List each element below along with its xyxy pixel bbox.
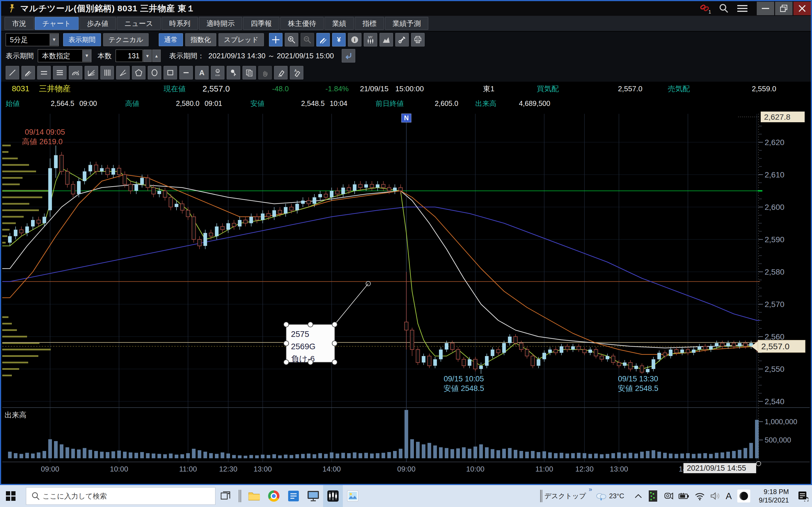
monitor-icon[interactable] bbox=[303, 485, 323, 507]
tab-1[interactable]: チャート bbox=[35, 17, 79, 30]
yen-icon[interactable]: ¥ bbox=[332, 33, 346, 47]
triple-hline-icon[interactable] bbox=[53, 66, 66, 79]
camera-icon[interactable] bbox=[660, 485, 676, 507]
pentagon-icon[interactable] bbox=[132, 66, 146, 79]
icon-stamp-icon[interactable]: icon bbox=[211, 66, 224, 79]
ticker-indicator-icon[interactable] bbox=[646, 485, 660, 507]
ime-mode-icon[interactable] bbox=[737, 490, 750, 503]
multi-vline-icon[interactable] bbox=[100, 66, 114, 79]
restore-button[interactable] bbox=[775, 2, 793, 15]
tab-7[interactable]: 株主優待 bbox=[280, 17, 324, 30]
mode-button-1[interactable]: 指数化 bbox=[185, 33, 216, 46]
trendline-icon[interactable] bbox=[6, 66, 19, 79]
svg-text:13:00: 13:00 bbox=[253, 465, 272, 473]
count-input[interactable]: 131 bbox=[116, 50, 143, 62]
folder-icon[interactable] bbox=[244, 485, 264, 507]
menu-icon[interactable] bbox=[737, 4, 748, 12]
start-button[interactable] bbox=[0, 485, 21, 507]
period-mode-dropdown[interactable]: 本数指定 ▼ bbox=[38, 49, 91, 62]
link-icon[interactable]: 1 bbox=[699, 3, 711, 14]
battery-icon[interactable] bbox=[676, 485, 692, 507]
ime-a-icon[interactable]: A bbox=[726, 491, 732, 501]
chrome-icon[interactable] bbox=[264, 485, 284, 507]
chevron-up-icon[interactable] bbox=[631, 485, 646, 507]
svg-text:2,580: 2,580 bbox=[765, 268, 784, 276]
svg-text:2,610: 2,610 bbox=[765, 170, 784, 179]
ellipse-icon[interactable] bbox=[148, 66, 161, 79]
minimize-button[interactable] bbox=[757, 2, 774, 15]
eraser-icon[interactable] bbox=[274, 66, 288, 79]
angle-line-icon[interactable] bbox=[116, 66, 130, 79]
app-tile-icon[interactable] bbox=[284, 485, 303, 507]
copy-icon[interactable] bbox=[243, 66, 256, 79]
taskbar-clock[interactable]: 9:18 PM 9/15/2021 bbox=[759, 488, 789, 504]
tab-4[interactable]: 時系列 bbox=[161, 17, 198, 30]
info-icon[interactable]: i bbox=[348, 33, 361, 47]
fan-lines-icon[interactable] bbox=[85, 66, 98, 79]
speaker-icon[interactable] bbox=[708, 485, 723, 507]
svg-text:09:00: 09:00 bbox=[41, 465, 59, 473]
eraser-all-icon[interactable]: A bbox=[290, 66, 303, 79]
temperature-label[interactable]: 23°C bbox=[609, 492, 624, 500]
window-border-top bbox=[0, 0, 812, 1]
toolbar-button-0[interactable]: 表示期間 bbox=[63, 33, 101, 46]
chart-app-icon[interactable] bbox=[323, 485, 343, 507]
weather-cloud-icon[interactable] bbox=[593, 485, 609, 507]
price-volume-chart[interactable]: N出来高1,000,000500,00009:0010:0011:0012:30… bbox=[0, 111, 812, 485]
arc-icon[interactable]: x bbox=[69, 66, 82, 79]
notification-center-icon[interactable] bbox=[794, 485, 812, 507]
close-button[interactable] bbox=[794, 2, 811, 15]
tab-3[interactable]: ニュース bbox=[117, 17, 161, 30]
tab-8[interactable]: 業績 bbox=[324, 17, 354, 30]
rectangle-icon[interactable] bbox=[163, 66, 177, 79]
tab-10[interactable]: 業績予測 bbox=[385, 17, 428, 30]
my-indicator-icon[interactable]: MY bbox=[364, 33, 377, 47]
tray-separator bbox=[538, 485, 545, 507]
svg-text:2575: 2575 bbox=[291, 330, 309, 339]
count-decrement-button[interactable]: ▼ bbox=[143, 50, 152, 62]
price-change-pct: -1.84% bbox=[325, 84, 349, 93]
pencil-draw-icon[interactable] bbox=[21, 66, 35, 79]
zoom-in-icon[interactable] bbox=[285, 33, 298, 47]
toolbar-button-1[interactable]: テクニカル bbox=[103, 33, 149, 46]
ask-price: 2,559.0 bbox=[752, 84, 776, 93]
double-hline-icon[interactable] bbox=[37, 66, 51, 79]
printer-icon[interactable] bbox=[411, 33, 424, 47]
task-view-icon[interactable] bbox=[215, 485, 236, 507]
wrench-icon[interactable] bbox=[395, 33, 409, 47]
search-icon[interactable] bbox=[719, 3, 729, 13]
area-chart-icon[interactable] bbox=[379, 33, 393, 47]
overflow-chevrons-icon[interactable]: » bbox=[589, 486, 592, 493]
desktop-label: デスクトップ bbox=[545, 492, 586, 500]
taskbar: ここに入力して検索 デスクトップ » 23°C A 9:18 PM 9/15/2… bbox=[0, 485, 812, 507]
interval-dropdown[interactable]: 5分足 ▼ bbox=[6, 33, 59, 46]
wifi-icon[interactable] bbox=[692, 485, 708, 507]
photos-icon[interactable] bbox=[343, 485, 363, 507]
bid-label: 買気配 bbox=[537, 84, 559, 94]
bid-price: 2,557.0 bbox=[618, 84, 643, 93]
hline-segment-icon[interactable] bbox=[179, 66, 193, 79]
pencil-icon[interactable] bbox=[316, 33, 330, 47]
taskbar-search-input[interactable]: ここに入力して検索 bbox=[26, 487, 215, 505]
tab-2[interactable]: 歩み値 bbox=[80, 17, 116, 30]
reset-period-button[interactable] bbox=[342, 49, 355, 62]
tab-0[interactable]: 市況 bbox=[4, 17, 34, 30]
mode-button-2[interactable]: スプレッド bbox=[218, 33, 264, 46]
svg-text:09/15 13:30: 09/15 13:30 bbox=[618, 375, 658, 383]
chart-area[interactable]: N出来高1,000,000500,00009:0010:0011:0012:30… bbox=[0, 111, 812, 485]
tab-9[interactable]: 指標 bbox=[355, 17, 384, 30]
text-icon[interactable]: A bbox=[195, 66, 209, 79]
svg-text:¥: ¥ bbox=[337, 36, 341, 43]
tab-5[interactable]: 適時開示 bbox=[199, 17, 242, 30]
zoom-out-icon bbox=[301, 33, 314, 47]
tab-6[interactable]: 四季報 bbox=[243, 17, 280, 30]
mode-button-0[interactable]: 通常 bbox=[159, 33, 183, 46]
svg-text:1,000,000: 1,000,000 bbox=[765, 417, 797, 426]
quote-date: 21/09/15 bbox=[360, 84, 389, 93]
desktop-toolbar[interactable]: デスクトップ » bbox=[545, 492, 586, 501]
range-value: 2021/09/13 14:30 ～ 2021/09/15 15:00 bbox=[208, 51, 334, 61]
titlebar[interactable]: マルチツール(個別銘柄) 8031 三井物産 東１ 1 bbox=[1, 1, 811, 16]
pointer-icon[interactable] bbox=[227, 66, 240, 79]
crosshair-icon[interactable] bbox=[269, 33, 283, 47]
count-increment-button[interactable]: ▲ bbox=[152, 50, 161, 62]
